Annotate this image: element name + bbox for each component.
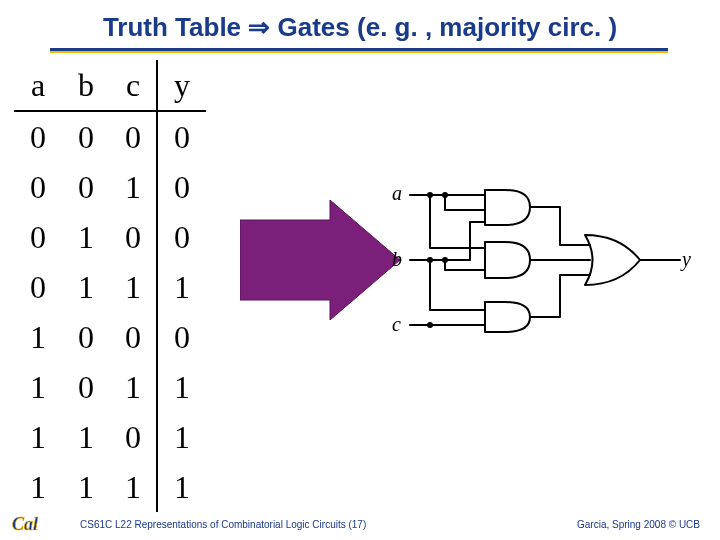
td: 1: [14, 362, 62, 412]
td: 0: [110, 312, 158, 362]
table-row: 1 1 0 1: [14, 412, 206, 462]
slide-title: Truth Table ⇒ Gates (e. g. , majority ci…: [0, 12, 720, 43]
table-row: 1 0 0 0: [14, 312, 206, 362]
cal-logo-icon: Cal: [10, 512, 70, 536]
input-label-a: a: [392, 182, 402, 205]
title-underline: [50, 48, 668, 53]
table-header-row: a b c y: [14, 60, 206, 112]
td: 0: [158, 312, 206, 362]
td: 1: [62, 262, 110, 312]
th-a: a: [14, 60, 62, 110]
input-label-b: b: [392, 248, 402, 271]
td: 0: [110, 412, 158, 462]
td: 0: [110, 112, 158, 162]
td: 1: [110, 462, 158, 512]
td: 1: [110, 362, 158, 412]
td: 1: [158, 262, 206, 312]
td: 0: [62, 362, 110, 412]
td: 1: [110, 262, 158, 312]
th-c: c: [110, 60, 158, 110]
td: 0: [62, 312, 110, 362]
td: 0: [158, 212, 206, 262]
td: 0: [62, 162, 110, 212]
arrow-icon: [240, 200, 400, 320]
td: 1: [62, 412, 110, 462]
th-b: b: [62, 60, 110, 110]
table-row: 1 1 1 1: [14, 462, 206, 512]
td: 0: [14, 262, 62, 312]
td: 0: [158, 162, 206, 212]
td: 1: [14, 462, 62, 512]
td: 0: [158, 112, 206, 162]
table-row: 0 1 1 1: [14, 262, 206, 312]
truth-table: a b c y 0 0 0 0 0 0 1 0 0 1 0 0 0 1 1 1 …: [14, 60, 206, 512]
td: 1: [62, 462, 110, 512]
td: 1: [14, 412, 62, 462]
td: 1: [62, 212, 110, 262]
table-row: 1 0 1 1: [14, 362, 206, 412]
svg-marker-0: [240, 200, 400, 320]
input-label-c: c: [392, 313, 401, 336]
td: 1: [110, 162, 158, 212]
td: 1: [14, 312, 62, 362]
td: 1: [158, 462, 206, 512]
td: 1: [158, 412, 206, 462]
footer-left: CS61C L22 Representations of Combinatori…: [80, 519, 366, 530]
svg-point-8: [427, 322, 433, 328]
table-row: 0 0 1 0: [14, 162, 206, 212]
output-label-y: y: [682, 248, 691, 271]
td: 0: [14, 112, 62, 162]
table-row: 0 1 0 0: [14, 212, 206, 262]
td: 0: [110, 212, 158, 262]
td: 0: [14, 162, 62, 212]
td: 0: [14, 212, 62, 262]
circuit-diagram: a b c y: [390, 170, 700, 350]
table-row: 0 0 0 0: [14, 112, 206, 162]
td: 1: [158, 362, 206, 412]
th-y: y: [158, 60, 206, 110]
svg-text:Cal: Cal: [12, 514, 38, 534]
td: 0: [62, 112, 110, 162]
footer-right: Garcia, Spring 2008 © UCB: [577, 519, 700, 530]
